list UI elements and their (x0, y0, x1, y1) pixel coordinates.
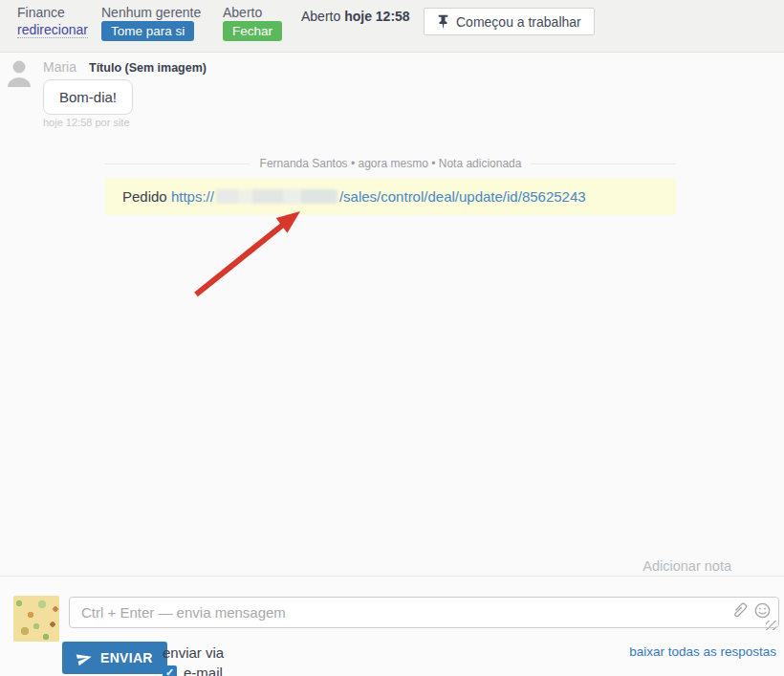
reply-composer: ENVIAR enviar via ✓ e-mail baixar todas … (0, 576, 784, 676)
send-plane-icon (75, 649, 94, 667)
note-divider-text: Fernanda Santos • agora mesmo • Nota adi… (260, 157, 522, 170)
red-arrow-annotation (185, 205, 309, 305)
opened-time: hoje 12:58 (344, 9, 409, 24)
ticket-toolbar: Finance redirecionar Nenhum gerente Tome… (0, 0, 784, 53)
take-for-self-button[interactable]: Tome para si (101, 21, 194, 41)
deal-link-scheme: https:// (171, 188, 214, 205)
resize-grip[interactable] (766, 621, 776, 630)
redirect-link[interactable]: redirecionar (17, 22, 88, 38)
download-all-replies-link[interactable]: baixar todas as respostas (629, 644, 776, 659)
reply-input[interactable] (69, 597, 779, 628)
deal-link[interactable]: https:///sales/control/deal/update/id/85… (171, 188, 586, 205)
email-checkbox-label: e-mail (184, 665, 223, 676)
paperclip-icon[interactable] (730, 601, 748, 623)
note-text-prefix: Pedido (122, 188, 167, 205)
message-bubble: Bom-dia! (43, 79, 133, 115)
note-divider: Fernanda Santos • agora mesmo • Nota adi… (105, 157, 676, 170)
email-channel-option[interactable]: ✓ e-mail (163, 665, 223, 676)
status-label: Aberto (223, 5, 262, 20)
email-checkbox[interactable]: ✓ (163, 665, 177, 676)
note-body: Pedido https:///sales/control/deal/updat… (105, 178, 676, 215)
add-note-link[interactable]: Adicionar nota (642, 558, 731, 574)
message-header: Maria Título (Sem imagem) (43, 59, 207, 75)
send-via-label: enviar via (163, 644, 224, 661)
started-working-label: Começou a trabalhar (456, 14, 581, 30)
customer-avatar person-icon (4, 58, 34, 87)
send-button-label: ENVIAR (100, 650, 153, 665)
message-author: Maria (43, 59, 76, 75)
opened-prefix: Aberto (301, 9, 344, 24)
divider-line (105, 164, 250, 164)
redacted-domain (216, 189, 338, 204)
opened-timestamp: Aberto hoje 12:58 (301, 9, 410, 24)
close-ticket-button[interactable]: Fechar (223, 21, 282, 41)
ticket-view: Finance redirecionar Nenhum gerente Tome… (0, 0, 784, 676)
conversation-area: Maria Título (Sem imagem) Bom-dia! hoje … (0, 54, 784, 576)
divider-line (531, 164, 676, 164)
deal-link-path: /sales/control/deal/update/id/85625243 (339, 188, 586, 205)
message-subject: Título (Sem imagem) (89, 61, 207, 75)
channel-label: Finance (17, 5, 65, 20)
pin-icon (437, 14, 449, 30)
message-meta: hoje 12:58 por site (43, 117, 130, 128)
smiley-icon[interactable] (754, 602, 771, 622)
agent-avatar (13, 596, 59, 642)
note-event: Fernanda Santos • agora mesmo • Nota adi… (105, 157, 676, 215)
manager-label: Nenhum gerente (101, 5, 201, 20)
send-button[interactable]: ENVIAR (62, 642, 167, 674)
started-working-button[interactable]: Começou a trabalhar (424, 8, 595, 35)
